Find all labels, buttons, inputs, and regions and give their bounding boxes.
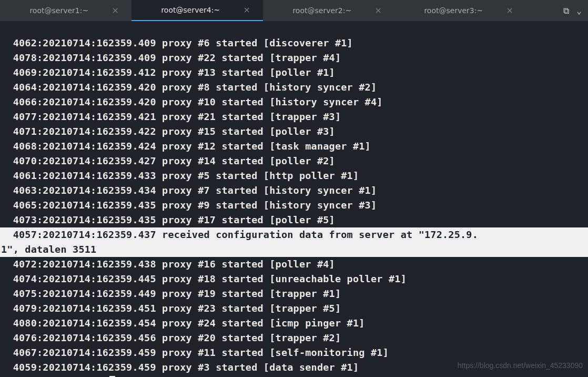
log-line: 4074:20210714:162359.445 proxy #18 start… [0, 272, 588, 286]
watermark: https://blog.csdn.net/weixin_45233090 [458, 361, 583, 370]
close-icon[interactable]: × [244, 6, 250, 14]
log-line: 4065:20210714:162359.435 proxy #9 starte… [0, 198, 588, 213]
log-line: 4071:20210714:162359.422 proxy #15 start… [0, 124, 588, 139]
log-line: 4073:20210714:162359.435 proxy #17 start… [0, 213, 588, 227]
log-line: 4063:20210714:162359.434 proxy #7 starte… [0, 183, 588, 198]
tab-bar: root@server1:~ × root@server4:~ × root@s… [0, 0, 588, 21]
tab-actions: ⧉ ⌄ [557, 0, 588, 21]
log-line: 4068:20210714:162359.424 proxy #12 start… [0, 139, 588, 154]
log-line: 1", datalen 3511 [0, 242, 588, 257]
tab-server4[interactable]: root@server4:~ × [131, 0, 263, 21]
close-icon[interactable]: × [112, 6, 119, 15]
tab-title: root@server3:~ [407, 6, 500, 15]
log-line: 4070:20210714:162359.427 proxy #14 start… [0, 154, 588, 168]
log-line: 4076:20210714:162359.456 proxy #20 start… [0, 331, 588, 345]
tab-title: root@server2:~ [276, 6, 369, 15]
shell-prompt[interactable]: [root@server4 ~]# [0, 375, 588, 377]
log-line: 4061:20210714:162359.433 proxy #5 starte… [0, 168, 588, 183]
log-line: 4077:20210714:162359.421 proxy #21 start… [0, 110, 588, 124]
tab-title: root@server4:~ [144, 6, 237, 14]
log-line: 4069:20210714:162359.412 proxy #13 start… [0, 65, 588, 80]
terminal-output[interactable]: 4062:20210714:162359.409 proxy #6 starte… [0, 21, 588, 377]
log-line: 4079:20210714:162359.451 proxy #23 start… [0, 301, 588, 316]
menu-icon[interactable]: ⌄ [576, 6, 582, 16]
close-icon[interactable]: × [375, 6, 382, 15]
tab-server2[interactable]: root@server2:~ × [263, 0, 394, 21]
close-icon[interactable]: × [506, 6, 513, 15]
log-line: 4064:20210714:162359.420 proxy #8 starte… [0, 80, 588, 95]
tab-server3[interactable]: root@server3:~ × [394, 0, 526, 21]
log-line: 4057:20210714:162359.437 received config… [0, 227, 588, 242]
log-line: 4078:20210714:162359.409 proxy #22 start… [0, 51, 588, 65]
log-line: 4066:20210714:162359.420 proxy #10 start… [0, 95, 588, 110]
log-line: 4072:20210714:162359.438 proxy #16 start… [0, 257, 588, 272]
log-line: 4067:20210714:162359.459 proxy #11 start… [0, 345, 588, 360]
log-line: 4075:20210714:162359.449 proxy #19 start… [0, 286, 588, 301]
tab-title: root@server1:~ [13, 6, 106, 15]
tab-server1[interactable]: root@server1:~ × [0, 0, 131, 21]
log-line: 4062:20210714:162359.409 proxy #6 starte… [0, 36, 588, 51]
split-icon[interactable]: ⧉ [563, 6, 569, 16]
log-line: 4080:20210714:162359.454 proxy #24 start… [0, 316, 588, 331]
